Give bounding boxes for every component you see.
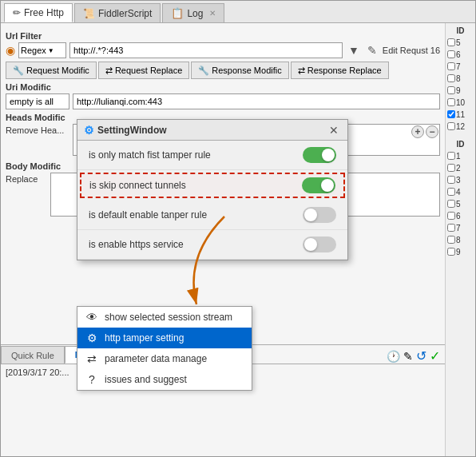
- menu-item-http-tamper[interactable]: ⚙ http tamper setting: [77, 328, 252, 348]
- checkmark-icon[interactable]: ✓: [430, 348, 440, 364]
- toggle-4[interactable]: [303, 236, 336, 252]
- setting-title: ⚙ SettingWindow: [84, 124, 167, 137]
- url-filter-input[interactable]: [69, 42, 343, 58]
- setting-row-2-highlighted: is skip connect tunnels: [80, 173, 345, 198]
- uri-url-input[interactable]: [73, 93, 440, 109]
- sidebar-checkbox-8[interactable]: [447, 74, 455, 82]
- url-filter-row: ◉ Regex ▼ ▼ ✎ Edit Requst 16: [6, 42, 440, 58]
- uri-modific-row: [6, 93, 440, 109]
- sidebar-b-checkbox-7[interactable]: [447, 224, 455, 232]
- setting-close-button[interactable]: ✕: [327, 123, 341, 137]
- toggle-2[interactable]: [302, 177, 335, 193]
- menu-item-issues[interactable]: ? issues and suggest: [77, 369, 252, 390]
- setting-row-1: is only match fist tamper rule: [77, 141, 347, 170]
- toggle-1[interactable]: [303, 147, 336, 163]
- script-icon: 📜: [83, 8, 95, 19]
- response-replace-button[interactable]: ⇄ Response Replace: [291, 62, 389, 79]
- menu-item-show-session-label: show selected session stream: [105, 312, 232, 323]
- edit-tool-icon[interactable]: ✎: [403, 350, 413, 363]
- sidebar-checkbox-9[interactable]: [447, 86, 455, 94]
- sidebar-b-checkbox-9[interactable]: [447, 248, 455, 256]
- tab-log-close[interactable]: ✕: [209, 9, 216, 18]
- sidebar-checkbox-6[interactable]: [447, 50, 455, 58]
- remove-heads-label: Remove Hea...: [6, 124, 69, 135]
- log-text: [2019/3/17 20:...: [6, 368, 69, 377]
- plus-button[interactable]: +: [411, 125, 424, 138]
- regex-select[interactable]: Regex ▼: [18, 42, 66, 58]
- list-item: 11: [447, 109, 474, 120]
- sidebar-b-checkbox-6[interactable]: [447, 212, 455, 220]
- list-item: 4: [447, 186, 474, 197]
- sidebar-b-checkbox-8[interactable]: [447, 236, 455, 244]
- dropdown-menu: 👁 show selected session stream ⚙ http ta…: [77, 306, 252, 391]
- list-item: 2: [447, 162, 474, 173]
- edit-request-label: Edit Requst 16: [383, 46, 440, 55]
- toggle-1-knob: [322, 149, 335, 161]
- list-item: 9: [447, 85, 474, 96]
- setting-row-4: is enable https service: [77, 230, 347, 260]
- list-item: 1: [447, 150, 474, 161]
- request-replace-button[interactable]: ⇄ Request Replace: [98, 62, 189, 79]
- log-icon: 📋: [171, 7, 184, 19]
- url-filter-label: Url Filter: [6, 31, 440, 41]
- sidebar-checkbox-12[interactable]: [447, 122, 455, 130]
- setting-row-2-label: is skip connect tunnels: [89, 180, 302, 191]
- list-item: 5: [447, 37, 474, 48]
- request-modific-button[interactable]: 🔧 Request Modific: [6, 62, 97, 79]
- tab-fiddler-script[interactable]: 📜 FiddlerScript: [74, 3, 161, 22]
- sidebar-b-checkbox-4[interactable]: [447, 188, 455, 196]
- request-replace-label: Request Replace: [115, 66, 182, 75]
- sidebar-b-checkbox-3[interactable]: [447, 176, 455, 184]
- tab-quick-rule-label: Quick Rule: [11, 351, 54, 360]
- list-item: 10: [447, 97, 474, 108]
- list-item: 9: [447, 246, 474, 257]
- refresh-icon[interactable]: ↺: [416, 348, 426, 364]
- minus-button[interactable]: −: [426, 125, 438, 138]
- replace-label: Replace: [6, 173, 47, 184]
- toggle-3-knob: [304, 209, 317, 221]
- funnel-icon[interactable]: ▼: [346, 43, 362, 58]
- menu-item-parameter-data-label: parameter data manage: [105, 353, 207, 364]
- pencil-icon: ✏: [13, 7, 21, 18]
- response-replace-label: Response Replace: [307, 66, 382, 75]
- sidebar-checkbox-7[interactable]: [447, 62, 455, 70]
- setting-row-4-label: is enable https service: [89, 239, 303, 250]
- sidebar-b-checkbox-1[interactable]: [447, 152, 455, 160]
- request-modific-label: Request Modific: [26, 66, 89, 75]
- uri-empty-input[interactable]: [6, 93, 69, 109]
- filter-circle-icon: ◉: [6, 44, 15, 57]
- sidebar-checkbox-10[interactable]: [447, 98, 455, 106]
- toggle-4-knob: [304, 238, 317, 251]
- sidebar-bottom-label: ID: [447, 138, 474, 150]
- list-item: 6: [447, 49, 474, 60]
- edit-icon[interactable]: ✎: [365, 43, 379, 58]
- list-item: 3: [447, 174, 474, 185]
- sidebar-b-checkbox-5[interactable]: [447, 200, 455, 208]
- sidebar-b-checkbox-2[interactable]: [447, 164, 455, 172]
- settings-gear-icon: ⚙: [84, 124, 94, 137]
- tab-fiddler-script-label: FiddlerScript: [98, 8, 152, 19]
- toggle-2-knob: [321, 179, 334, 192]
- replace-icon: ⇄: [105, 66, 113, 76]
- sidebar-checkbox-5[interactable]: [447, 38, 455, 46]
- list-item: 7: [447, 222, 474, 233]
- setting-row-3-label: is default enable tanper rule: [89, 209, 303, 221]
- list-item: 5: [447, 198, 474, 209]
- setting-window: ⚙ SettingWindow ✕ is only match fist tam…: [77, 119, 348, 260]
- response-replace-icon: ⇄: [298, 66, 305, 76]
- tab-log[interactable]: 📋 Log ✕: [162, 3, 224, 22]
- clock-icon[interactable]: 🕐: [387, 350, 400, 363]
- wrench-icon: 🔧: [13, 66, 24, 76]
- menu-item-parameter-data[interactable]: ⇄ parameter data manage: [77, 348, 252, 369]
- setting-row-1-label: is only match fist tamper rule: [89, 149, 303, 161]
- regex-select-value: Regex: [21, 46, 46, 55]
- menu-item-show-session[interactable]: 👁 show selected session stream: [77, 307, 252, 328]
- tab-quick-rule[interactable]: Quick Rule: [1, 346, 65, 364]
- chevron-down-icon: ▼: [48, 47, 54, 54]
- main-window: ✏ Free Http 📜 FiddlerScript 📋 Log ✕ Url …: [0, 0, 476, 457]
- toggle-3[interactable]: [303, 207, 336, 223]
- response-modific-button[interactable]: 🔧 Response Modific: [191, 62, 288, 79]
- tab-free-http[interactable]: ✏ Free Http: [4, 3, 73, 22]
- tab-bar: ✏ Free Http 📜 FiddlerScript 📋 Log ✕: [1, 1, 475, 23]
- sidebar-checkbox-11[interactable]: [447, 110, 455, 118]
